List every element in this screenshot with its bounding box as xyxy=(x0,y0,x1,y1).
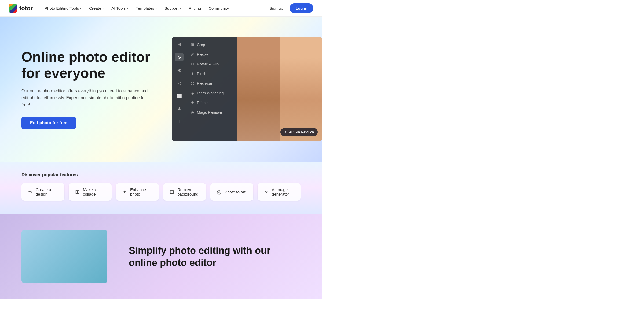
nav-templates[interactable]: Templates ▾ xyxy=(133,4,160,13)
chevron-down-icon: ▾ xyxy=(80,6,82,10)
nav-photo-editing-tools[interactable]: Photo Editing Tools ▾ xyxy=(41,4,85,13)
logo-icon xyxy=(9,4,17,13)
tool-effects[interactable]: ★ Effects xyxy=(186,98,237,108)
tool-magic-remove[interactable]: ⊗ Magic Remove xyxy=(186,108,237,117)
tool-rotate[interactable]: ↻ Rotate & Flip xyxy=(186,59,237,69)
logo[interactable]: fotor xyxy=(9,4,33,13)
reshape-icon: ⬡ xyxy=(191,81,194,86)
nav-community[interactable]: Community xyxy=(205,4,232,13)
magic-remove-icon: ⊗ xyxy=(191,110,194,115)
hero-content: Online photo editor for everyone Our onl… xyxy=(21,49,161,129)
blush-icon: ✦ xyxy=(191,71,194,76)
effects-icon: ★ xyxy=(191,100,194,105)
editor-tools-panel: ⊞ Crop ⤢ Resize ↻ Rotate & Flip ✦ Blush … xyxy=(186,37,237,141)
chevron-down-icon: ▾ xyxy=(127,6,128,10)
ai-image-generator-icon: ✧ xyxy=(264,189,269,195)
tool-teeth-whitening[interactable]: ◈ Teeth Whitening xyxy=(186,88,237,98)
logo-text: fotor xyxy=(19,5,33,12)
hero-title: Online photo editor for everyone xyxy=(21,49,161,81)
nav-items: Photo Editing Tools ▾ Create ▾ AI Tools … xyxy=(41,4,232,13)
sparkle-icon: ✦ xyxy=(284,130,287,134)
sidebar-grid-icon[interactable]: ⊞ xyxy=(175,40,184,49)
face-before-after: ✦ AI Skin Retouch xyxy=(237,37,322,141)
log-in-button[interactable]: Log in xyxy=(290,3,313,13)
nav-create[interactable]: Create ▾ xyxy=(86,4,107,13)
sidebar-people-icon[interactable]: ♟ xyxy=(175,104,184,113)
sign-up-link[interactable]: Sign up xyxy=(266,4,286,13)
tool-reshape[interactable]: ⬡ Reshape xyxy=(186,79,237,88)
sidebar-sliders-icon[interactable]: ⚙ xyxy=(175,53,184,61)
tool-blush[interactable]: ✦ Blush xyxy=(186,69,237,79)
hero-section: Online photo editor for everyone Our onl… xyxy=(0,17,322,162)
create-design-icon: ✂ xyxy=(28,189,32,195)
bottom-title: Simplify photo editing with our online p… xyxy=(129,244,301,269)
tool-resize[interactable]: ⤢ Resize xyxy=(186,50,237,59)
feature-photo-to-art[interactable]: ◎ Photo to art xyxy=(210,183,253,201)
nav-ai-tools[interactable]: AI Tools ▾ xyxy=(108,4,131,13)
feature-make-collage[interactable]: ⊞ Make a collage xyxy=(69,183,112,201)
sidebar-frame-icon[interactable]: ⬜ xyxy=(175,92,184,100)
nav-support[interactable]: Support ▾ xyxy=(161,4,185,13)
features-grid: ✂ Create a design ⊞ Make a collage ✦ Enh… xyxy=(21,183,301,201)
edit-photo-cta-button[interactable]: Edit photo for free xyxy=(21,117,76,129)
ai-skin-retouch-badge: ✦ AI Skin Retouch xyxy=(280,128,318,136)
navbar: fotor Photo Editing Tools ▾ Create ▾ AI … xyxy=(0,0,322,17)
bottom-preview-image xyxy=(21,230,107,283)
enhance-photo-icon: ✦ xyxy=(122,189,127,195)
rotate-icon: ↻ xyxy=(191,62,194,67)
teeth-icon: ◈ xyxy=(191,91,194,96)
chevron-down-icon: ▾ xyxy=(102,6,104,10)
sidebar-eye-icon[interactable]: ◎ xyxy=(175,79,184,87)
editor-sidebar: ⊞ ⚙ ◉ ◎ ⬜ ♟ T xyxy=(172,37,186,141)
remove-background-icon: ⊡ xyxy=(170,189,174,195)
nav-left: fotor Photo Editing Tools ▾ Create ▾ AI … xyxy=(9,4,232,13)
editor-preview: ⊞ ⚙ ◉ ◎ ⬜ ♟ T ⊞ Crop ⤢ Resize ↻ Rotate &… xyxy=(172,37,322,141)
bottom-section: Simplify photo editing with our online p… xyxy=(0,214,322,299)
resize-icon: ⤢ xyxy=(191,52,194,57)
features-section: Discover popular features ✂ Create a des… xyxy=(0,162,322,214)
nav-pricing[interactable]: Pricing xyxy=(185,4,204,13)
features-title: Discover popular features xyxy=(21,172,301,178)
hero-description: Our online photo editor offers everythin… xyxy=(21,87,150,108)
crop-icon: ⊞ xyxy=(191,42,194,47)
make-collage-icon: ⊞ xyxy=(75,189,80,195)
nav-right: Sign up Log in xyxy=(266,3,313,13)
sidebar-text-icon[interactable]: T xyxy=(175,117,184,126)
feature-remove-background[interactable]: ⊡ Remove background xyxy=(163,183,206,201)
editor-photo-preview: ✦ AI Skin Retouch xyxy=(237,37,322,141)
feature-ai-image-generator[interactable]: ✧ AI image generator xyxy=(258,183,301,201)
bottom-text: Simplify photo editing with our online p… xyxy=(129,244,301,269)
feature-create-design[interactable]: ✂ Create a design xyxy=(21,183,64,201)
sidebar-beauty-icon[interactable]: ◉ xyxy=(175,66,184,74)
feature-enhance-photo[interactable]: ✦ Enhance photo xyxy=(116,183,159,201)
photo-to-art-icon: ◎ xyxy=(217,189,221,195)
chevron-down-icon: ▾ xyxy=(180,6,181,10)
chevron-down-icon: ▾ xyxy=(155,6,157,10)
tool-crop[interactable]: ⊞ Crop xyxy=(186,40,237,50)
